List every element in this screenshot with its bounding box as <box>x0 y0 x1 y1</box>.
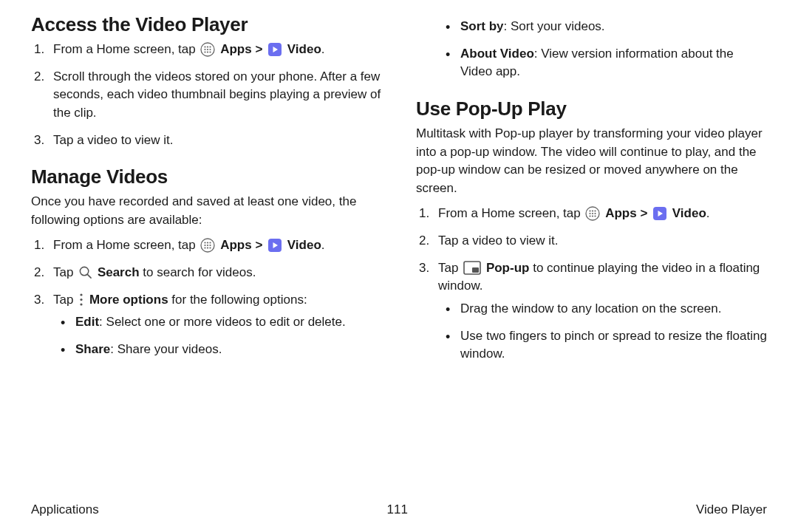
bullet-label: Edit <box>75 315 99 329</box>
svg-point-19 <box>207 247 208 248</box>
svg-point-6 <box>210 48 211 50</box>
footer-left: Applications <box>31 502 99 517</box>
video-label: Video <box>287 238 321 252</box>
popup-icon <box>463 261 481 275</box>
sub-bullet-drag: Drag the window to any location on the s… <box>438 300 767 318</box>
svg-point-28 <box>590 210 591 211</box>
svg-point-7 <box>205 51 206 52</box>
svg-point-18 <box>205 247 206 248</box>
access-step-2: Scroll through the videos stored on your… <box>31 68 382 123</box>
right-top-bullets: Sort by: Sort your videos. About Video: … <box>438 18 767 81</box>
svg-point-5 <box>207 48 208 50</box>
svg-point-8 <box>207 51 208 52</box>
step-text: From a Home screen, tap <box>438 206 584 220</box>
video-icon <box>267 42 282 57</box>
footer-right: Video Player <box>696 502 767 517</box>
popup-label: Pop-up <box>486 261 530 275</box>
step-text: Tap <box>53 265 77 279</box>
heading-access: Access the Video Player <box>31 13 382 36</box>
svg-point-4 <box>205 48 206 50</box>
video-label: Video <box>287 42 321 56</box>
bullet-edit: Edit: Select one or more videos to edit … <box>53 313 382 332</box>
svg-point-29 <box>592 210 593 211</box>
svg-point-34 <box>590 215 591 216</box>
more-options-icon <box>78 293 84 307</box>
svg-point-14 <box>210 242 211 243</box>
step-text: From a Home screen, tap <box>53 42 199 56</box>
bullet-sort-by: Sort by: Sort your videos. <box>438 18 767 36</box>
video-icon <box>267 238 282 253</box>
video-icon <box>652 206 667 221</box>
section-access-video-player: Access the Video Player From a Home scre… <box>31 13 382 149</box>
step-text: From a Home screen, tap <box>53 238 199 252</box>
svg-point-31 <box>590 213 591 214</box>
heading-popup: Use Pop-Up Play <box>416 98 767 120</box>
separator: > <box>255 238 266 252</box>
manage-sub-bullets: Edit: Select one or more videos to edit … <box>53 313 382 358</box>
svg-point-24 <box>81 293 83 296</box>
page: Access the Video Player From a Home scre… <box>0 0 798 532</box>
popup-step-3: Tap Pop-up to continue playing the video… <box>416 259 767 364</box>
svg-point-35 <box>592 215 593 216</box>
period: . <box>321 238 325 252</box>
separator: > <box>640 206 651 220</box>
video-label: Video <box>672 206 706 220</box>
step-suffix: to search for videos. <box>143 265 256 279</box>
continued-bullets: Sort by: Sort your videos. About Video: … <box>416 18 767 81</box>
columns-wrapper: Access the Video Player From a Home scre… <box>31 13 767 491</box>
heading-manage: Manage Videos <box>31 166 382 188</box>
manage-lead: Once you have recorded and saved at leas… <box>31 193 382 229</box>
access-step-1: From a Home screen, tap Apps > Video. <box>31 41 382 59</box>
step-text: Tap <box>53 293 77 307</box>
popup-step-2: Tap a video to view it. <box>416 232 767 250</box>
apps-label: Apps <box>220 42 252 56</box>
bullet-about-video: About Video: View version information ab… <box>438 45 767 81</box>
section-popup-play: Use Pop-Up Play Multitask with Pop-up pl… <box>416 98 767 364</box>
bullet-label: About Video <box>460 47 534 61</box>
section-manage-videos: Manage Videos Once you have recorded and… <box>31 166 382 358</box>
svg-point-15 <box>205 245 206 246</box>
apps-icon <box>585 206 600 221</box>
svg-point-3 <box>210 46 211 47</box>
bullet-share: Share: Share your videos. <box>53 341 382 359</box>
manage-step-3: Tap More options for the following optio… <box>31 291 382 359</box>
bullet-rest: : Sort your videos. <box>504 19 605 33</box>
manage-step-2: Tap Search to search for videos. <box>31 264 382 282</box>
svg-point-36 <box>595 215 596 216</box>
apps-icon <box>200 238 215 253</box>
svg-point-12 <box>205 242 206 243</box>
svg-point-16 <box>207 245 208 246</box>
apps-label: Apps <box>220 238 252 252</box>
more-options-label: More options <box>89 293 168 307</box>
svg-rect-39 <box>472 267 479 273</box>
svg-point-9 <box>210 51 211 52</box>
popup-sub-bullets: Drag the window to any location on the s… <box>438 300 767 364</box>
popup-lead: Multitask with Pop-up player by transfor… <box>416 125 767 198</box>
period: . <box>321 42 325 56</box>
svg-point-32 <box>592 213 593 214</box>
svg-point-30 <box>595 210 596 211</box>
bullet-label: Sort by <box>460 19 504 33</box>
popup-step-1: From a Home screen, tap Apps > Video. <box>416 205 767 223</box>
bullet-rest: : Share your videos. <box>110 342 222 356</box>
period: . <box>706 206 710 220</box>
apps-label: Apps <box>605 206 637 220</box>
manage-steps: From a Home screen, tap Apps > Video. Ta… <box>31 236 382 358</box>
apps-icon <box>200 42 215 57</box>
svg-point-13 <box>207 242 208 243</box>
svg-point-25 <box>81 299 83 301</box>
svg-point-1 <box>205 46 206 47</box>
svg-point-20 <box>210 247 211 248</box>
svg-point-17 <box>210 245 211 246</box>
step-suffix: for the following options: <box>171 293 307 307</box>
access-steps: From a Home screen, tap Apps > Video. Sc… <box>31 41 382 149</box>
bullet-rest: : Select one or more videos to edit or d… <box>99 315 346 329</box>
footer-page-number: 111 <box>387 502 408 517</box>
right-column: Sort by: Sort your videos. About Video: … <box>416 13 767 491</box>
svg-point-26 <box>81 303 83 305</box>
step-text: Tap <box>438 261 462 275</box>
access-step-3: Tap a video to view it. <box>31 132 382 150</box>
svg-line-23 <box>87 274 91 278</box>
search-label: Search <box>98 265 140 279</box>
search-icon <box>78 265 92 279</box>
